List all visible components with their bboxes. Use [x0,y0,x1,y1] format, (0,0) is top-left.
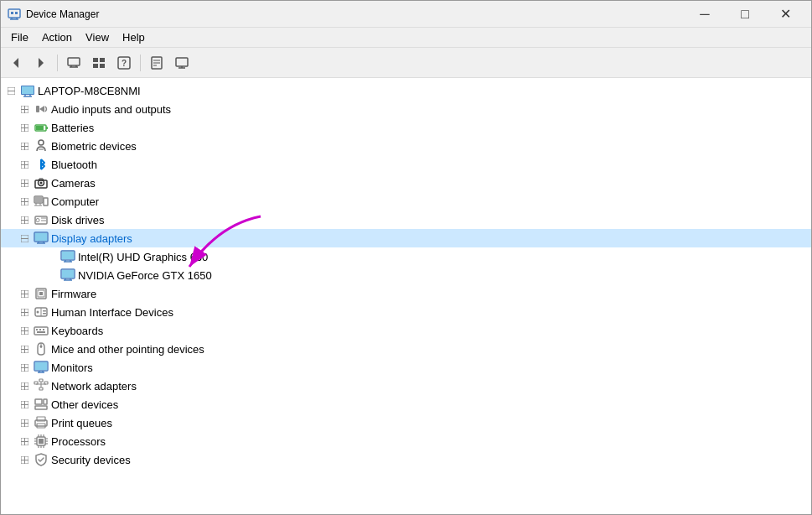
menu-file[interactable]: File [4,29,35,45]
tree-item-monitors[interactable]: Monitors [1,358,811,377]
firmware-expand[interactable] [18,287,31,300]
root-icon [20,83,35,98]
close-icon: ✕ [780,6,791,22]
intel-gpu-label: Intel(R) UHD Graphics 630 [78,251,208,263]
monitors-label: Monitors [51,362,93,374]
tree-item-other[interactable]: Other devices [1,395,811,414]
svg-rect-22 [176,58,188,66]
cameras-expand[interactable] [18,176,31,190]
tree-item-nvidia-gpu[interactable]: NVIDIA GeForce GTX 1650 [1,266,811,284]
processors-expand[interactable] [18,434,31,448]
tree-item-bluetooth[interactable]: Bluetooth [1,155,811,174]
tree-item-keyboards[interactable]: Keyboards [1,321,811,340]
svg-rect-151 [39,439,44,444]
computer-label: Computer [51,195,99,208]
tree-item-print[interactable]: Print queues [1,414,811,432]
display-icon [34,231,49,246]
svg-rect-139 [44,399,47,404]
security-icon [34,452,49,467]
tree-item-batteries[interactable]: Batteries [1,118,811,137]
forward-button[interactable] [29,51,53,75]
svg-rect-41 [36,126,44,130]
tree-item-security[interactable]: Security devices [1,450,811,469]
cameras-label: Cameras [51,177,96,190]
tree-item-cameras[interactable]: Cameras [1,174,811,192]
mice-expand[interactable] [18,342,31,356]
menu-view[interactable]: View [79,29,116,45]
tree-item-firmware[interactable]: Firmware [1,284,811,303]
bluetooth-icon [34,157,49,172]
device-manager-window: Device Manager ─ □ ✕ File Action View He… [0,0,812,515]
display-expand[interactable] [18,231,31,245]
tree-item-disk[interactable]: Disk drives [1,211,811,229]
svg-rect-61 [44,198,48,205]
svg-marker-7 [39,58,44,68]
svg-rect-102 [43,313,46,315]
computer-view-button[interactable] [62,51,85,75]
processors-label: Processors [51,435,106,448]
firmware-label: Firmware [51,288,96,300]
tree-item-processors[interactable]: Processors [1,432,811,450]
other-label: Other devices [51,398,118,411]
disk-expand[interactable] [18,213,31,226]
help-button[interactable]: ? [112,51,136,75]
monitors-expand[interactable] [18,361,31,374]
audio-label: Audio inputs and outputs [51,103,171,116]
svg-rect-4 [11,12,13,14]
tree-item-display[interactable]: Display adapters [1,229,811,247]
keyboards-expand[interactable] [18,324,31,337]
bluetooth-label: Bluetooth [51,159,97,171]
hid-expand[interactable] [18,305,31,319]
svg-rect-12 [93,58,98,62]
audio-expand[interactable] [18,102,31,116]
device-tree[interactable]: LAPTOP-M8CE8NMI Audio inputs and outputs [1,78,811,514]
window-title: Device Manager [26,8,685,20]
tree-item-computer[interactable]: Computer [1,192,811,211]
window-controls: ─ □ ✕ [685,1,804,28]
svg-rect-14 [93,64,98,68]
svg-point-100 [37,311,39,314]
svg-rect-0 [8,9,20,18]
svg-marker-6 [13,58,18,68]
network-expand[interactable] [18,379,31,393]
security-expand[interactable] [18,453,31,466]
computer-icon [34,194,49,209]
close-button[interactable]: ✕ [766,1,804,28]
bluetooth-expand[interactable] [18,158,31,171]
tree-item-hid[interactable]: Human Interface Devices [1,303,811,321]
tree-item-audio[interactable]: Audio inputs and outputs [1,100,811,118]
tree-item-network[interactable]: Network adapters [1,377,811,395]
svg-rect-109 [43,329,44,330]
computer-expand[interactable] [18,195,31,208]
disk-label: Disk drives [51,214,105,226]
print-expand[interactable] [18,416,31,429]
properties-button[interactable] [145,51,168,75]
root-expand[interactable] [4,84,18,97]
svg-rect-120 [35,362,47,370]
svg-rect-130 [39,388,43,390]
tree-item-intel-gpu[interactable]: Intel(R) UHD Graphics 630 [1,247,811,266]
list-view-button[interactable] [87,51,111,75]
biometric-label: Biometric devices [51,140,137,153]
svg-rect-128 [39,379,43,382]
batteries-expand[interactable] [18,121,31,134]
nvidia-gpu-label: NVIDIA GeForce GTX 1650 [78,269,212,282]
menu-action[interactable]: Action [35,29,79,45]
tree-root[interactable]: LAPTOP-M8CE8NMI [1,81,811,100]
menu-help[interactable]: Help [116,29,152,45]
biometric-icon [34,138,49,153]
maximize-button[interactable]: □ [726,1,764,28]
svg-rect-8 [68,58,80,65]
intel-expand-space [44,250,58,263]
print-label: Print queues [51,417,112,429]
tree-item-mice[interactable]: Mice and other pointing devices [1,340,811,358]
other-expand[interactable] [18,398,31,411]
display-view-button[interactable] [170,51,194,75]
keyboards-label: Keyboards [51,325,103,337]
svg-rect-101 [43,310,46,312]
minimize-button[interactable]: ─ [685,1,724,28]
biometric-expand[interactable] [18,139,31,153]
svg-rect-28 [22,86,34,94]
tree-item-biometric[interactable]: Biometric devices [1,137,811,155]
back-button[interactable] [4,51,28,75]
